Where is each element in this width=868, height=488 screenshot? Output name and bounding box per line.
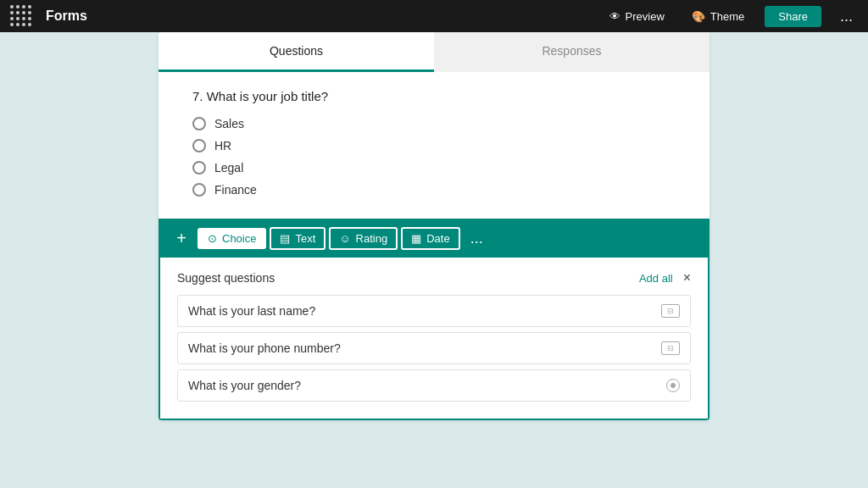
option-sales-label: Sales xyxy=(214,117,244,130)
question-number: 7. xyxy=(192,89,203,103)
rating-button[interactable]: ☺ Rating xyxy=(329,227,398,250)
suggest-section: Suggest questions Add all × What is your… xyxy=(159,258,709,420)
option-legal-label: Legal xyxy=(214,161,243,175)
suggest-item-0[interactable]: What is your last name? ⊟ xyxy=(177,295,691,327)
suggest-item-1[interactable]: What is your phone number? ⊟ xyxy=(177,332,691,364)
suggest-actions: Add all × xyxy=(639,271,691,285)
option-finance-label: Finance xyxy=(214,183,257,197)
suggest-item-icon-1: ⊟ xyxy=(661,341,680,355)
option-legal[interactable]: Legal xyxy=(192,161,676,175)
topbar-left: Forms xyxy=(10,5,87,27)
close-suggest-button[interactable]: × xyxy=(683,271,691,285)
date-label: Date xyxy=(426,232,449,245)
suggest-item-icon-0: ⊟ xyxy=(661,304,680,318)
tab-questions[interactable]: Questions xyxy=(159,32,434,72)
choice-button[interactable]: ⊙ Choice xyxy=(198,228,266,249)
tabs: Questions Responses xyxy=(159,32,709,72)
topbar-more-button[interactable]: ... xyxy=(835,6,858,27)
radio-circle-sales xyxy=(192,117,206,130)
main-content: Questions Responses 7. What is your job … xyxy=(0,32,868,488)
tab-responses[interactable]: Responses xyxy=(434,32,709,72)
choice-icon: ⊙ xyxy=(208,232,217,245)
eye-icon: 👁 xyxy=(609,10,620,23)
suggest-item-text-0: What is your last name? xyxy=(188,304,315,318)
preview-label: Preview xyxy=(626,10,665,23)
share-button[interactable]: Share xyxy=(765,6,821,27)
form-card: Questions Responses 7. What is your job … xyxy=(159,32,709,420)
add-button[interactable]: + xyxy=(169,225,194,251)
apps-icon[interactable] xyxy=(10,5,32,27)
choice-label: Choice xyxy=(222,232,256,245)
question-title: What is your job title? xyxy=(207,89,328,103)
text-icon: ▤ xyxy=(280,232,290,245)
topbar: Forms 👁 Preview 🎨 Theme Share ... xyxy=(0,0,868,32)
option-hr-label: HR xyxy=(214,139,231,152)
radio-circle-finance xyxy=(192,183,206,197)
preview-button[interactable]: 👁 Preview xyxy=(603,7,671,26)
option-sales[interactable]: Sales xyxy=(192,117,676,130)
add-all-button[interactable]: Add all xyxy=(639,272,673,285)
theme-icon: 🎨 xyxy=(692,10,705,23)
rating-icon: ☺ xyxy=(339,232,350,245)
radio-circle-legal xyxy=(192,161,206,175)
text-button[interactable]: ▤ Text xyxy=(270,227,326,250)
option-hr[interactable]: HR xyxy=(192,139,676,152)
question-text: 7. What is your job title? xyxy=(192,89,676,103)
suggest-item-2[interactable]: What is your gender? xyxy=(177,369,691,402)
add-question-toolbar: + ⊙ Choice ▤ Text ☺ Rating ▦ Date ... xyxy=(159,219,709,258)
app-name: Forms xyxy=(46,8,87,24)
text-label: Text xyxy=(295,232,315,245)
toolbar-more-button[interactable]: ... xyxy=(464,226,490,251)
date-button[interactable]: ▦ Date xyxy=(401,227,459,250)
date-icon: ▦ xyxy=(411,232,421,245)
theme-button[interactable]: 🎨 Theme xyxy=(685,7,751,26)
suggest-title: Suggest questions xyxy=(177,271,275,285)
radio-circle-hr xyxy=(192,139,206,152)
question-area: 7. What is your job title? Sales HR Lega… xyxy=(159,72,709,219)
suggest-item-text-2: What is your gender? xyxy=(188,379,301,392)
suggest-header: Suggest questions Add all × xyxy=(177,271,691,285)
theme-label: Theme xyxy=(710,10,744,23)
topbar-right: 👁 Preview 🎨 Theme Share ... xyxy=(603,6,858,27)
suggest-item-radio-icon-2 xyxy=(666,379,680,392)
option-finance[interactable]: Finance xyxy=(192,183,676,197)
rating-label: Rating xyxy=(356,232,388,245)
suggest-item-text-1: What is your phone number? xyxy=(188,341,341,355)
